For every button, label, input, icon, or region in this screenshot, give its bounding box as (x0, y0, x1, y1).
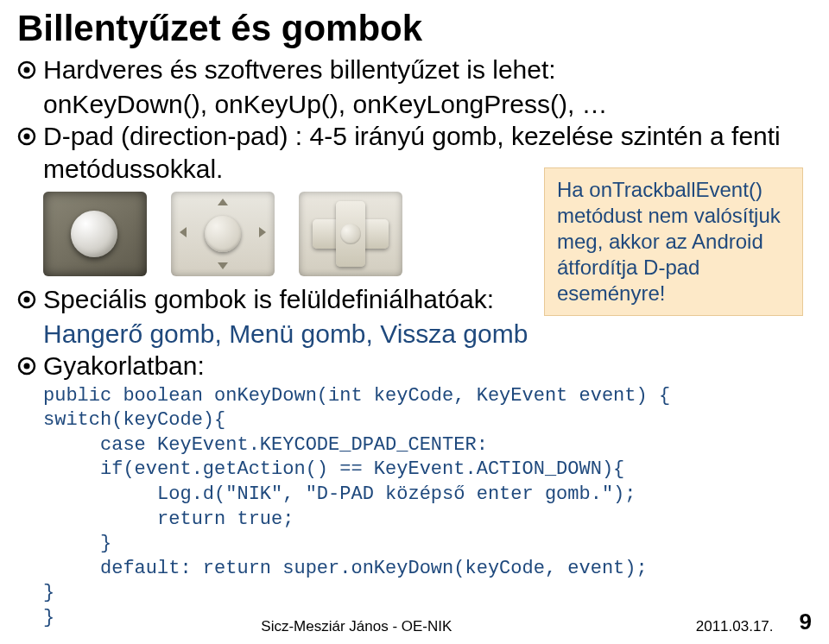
code-sample: public boolean onKeyDown(int keyCode, Ke… (43, 384, 812, 631)
dpad-cross-image (299, 192, 402, 276)
bullet-3-sub: Hangerő gomb, Menü gomb, Vissza gomb (43, 318, 812, 350)
bullet-1-sub: onKeyDown(), onKeyUp(), onKeyLongPress()… (43, 88, 812, 121)
svg-point-7 (24, 363, 30, 369)
bullet-text: Speciális gombok is felüldefiniálhatóak: (43, 283, 494, 316)
bullet-item-4: Gyakorlatban: (17, 350, 812, 382)
slide-footer: Sicz-Mesziár János - OE-NIK 2011.03.17. … (17, 609, 812, 635)
bullet-text: Hardveres és szoftveres billentyűzet is … (43, 54, 556, 86)
svg-point-1 (24, 67, 30, 73)
slide-title: Billentyűzet és gombok (17, 9, 812, 48)
bullet-icon (17, 290, 36, 309)
callout-box: Ha onTrackballEvent() metódust nem valós… (544, 167, 803, 316)
footer-page-number: 9 (800, 609, 812, 635)
footer-date: 2011.03.17. (696, 618, 774, 635)
bullet-text: Gyakorlatban: (43, 350, 205, 382)
footer-author: Sicz-Mesziár János - OE-NIK (17, 618, 696, 635)
dpad-round-image (171, 192, 275, 276)
bullet-item-1: Hardveres és szoftveres billentyűzet is … (17, 54, 812, 86)
bullet-icon (17, 60, 36, 79)
bullet-icon (17, 127, 36, 146)
bullet-icon (17, 357, 36, 376)
svg-point-5 (24, 297, 30, 303)
svg-point-3 (24, 134, 30, 140)
trackball-image (43, 192, 147, 276)
